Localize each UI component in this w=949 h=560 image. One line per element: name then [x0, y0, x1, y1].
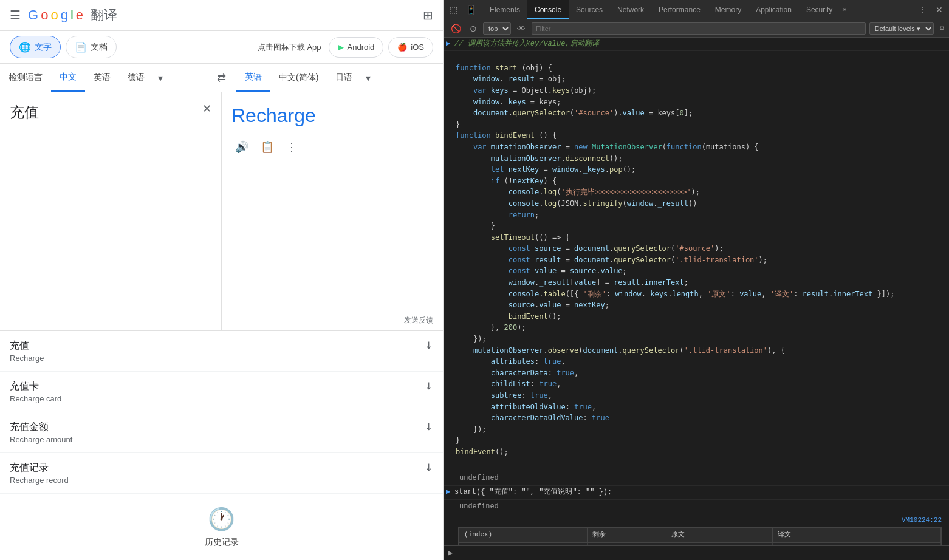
settings-icon[interactable]: ⚙ [940, 24, 944, 33]
eye-icon[interactable]: 👁 [515, 22, 528, 35]
undefined-text-1: undefined [454, 472, 947, 485]
source-lang-bar: 检测语言 中文 英语 德语 ▾ [0, 64, 207, 92]
android-button[interactable]: ▶ Android [329, 37, 384, 58]
console-toolbar: 🚫 ⊙ top 👁 Default levels ▾ ⚙ [444, 19, 949, 38]
col-original-1: 原文 [666, 528, 772, 543]
suggestion-zh-2: 充值金额 [10, 421, 72, 434]
english-source-lang-btn[interactable]: 英语 [85, 65, 119, 90]
close-devtools-icon[interactable]: ✕ [932, 3, 947, 16]
table1-vmlink[interactable]: VM10224:22 [902, 515, 942, 526]
suggestion-arrow-icon-1: ↗ [422, 379, 436, 393]
apps-icon[interactable]: ⊞ [423, 8, 433, 22]
console-input-field[interactable] [457, 549, 944, 558]
devtools-tabs: ⬚ 📱 Elements Console Sources Network Per… [444, 0, 949, 19]
suggestion-item-3[interactable]: 充值记录 Recharge record ↗ [0, 453, 443, 494]
german-lang-btn[interactable]: 德语 [119, 65, 153, 90]
context-selector[interactable]: top [483, 22, 511, 35]
history-icon[interactable]: 🕐 [208, 507, 235, 532]
suggestion-arrow-icon-3: ↗ [422, 460, 436, 474]
suggestion-item-2[interactable]: 充值金额 Recharge amount ↗ [0, 412, 443, 453]
source-input[interactable]: 充值 [10, 102, 211, 321]
col-remaining-1: 剩余 [588, 528, 666, 543]
tab-console[interactable]: Console [527, 0, 569, 19]
tab-document[interactable]: 📄 文档 [66, 36, 117, 58]
comment-line: // 调用该方法并传入key/value,启动翻译 [454, 38, 947, 50]
android-icon: ▶ [338, 43, 344, 52]
more-button[interactable]: ⋮ [283, 137, 301, 157]
inspect-icon[interactable]: ⬚ [446, 3, 461, 16]
history-label: 历史记录 [205, 537, 239, 548]
download-label: 点击图标下载 App [255, 37, 324, 58]
log-levels-selector[interactable]: Default levels ▾ [869, 22, 934, 35]
target-actions: 🔊 📋 ⋮ [231, 137, 433, 157]
undefined-row-2: undefined [444, 500, 949, 514]
filter-input[interactable] [532, 22, 866, 35]
devtools-panel: ⬚ 📱 Elements Console Sources Network Per… [444, 0, 949, 560]
prompt-caret: ▶ [446, 487, 454, 498]
app-download-area: 点击图标下载 App ▶ Android 🍎 iOS [255, 37, 433, 58]
target-area: Recharge 🔊 📋 ⋮ 发送反馈 [222, 92, 443, 330]
source-lang-more-icon[interactable]: ▾ [153, 65, 168, 91]
feedback-link[interactable]: 发送反馈 [404, 315, 433, 326]
console-output[interactable]: ▶ // 调用该方法并传入key/value,启动翻译 function sta… [444, 38, 949, 545]
tab-sources[interactable]: Sources [569, 0, 610, 19]
text-tab-icon: 🌐 [19, 41, 31, 53]
suggestion-item-0[interactable]: 充值 Recharge ↗ [0, 331, 443, 372]
more-tabs-icon[interactable]: » [840, 5, 849, 14]
menu-icon[interactable]: ☰ [10, 8, 21, 22]
device-icon[interactable]: 📱 [462, 3, 480, 16]
apple-icon: 🍎 [397, 43, 407, 52]
tab-security[interactable]: Security [799, 0, 840, 19]
tab-network[interactable]: Network [610, 0, 651, 19]
swap-langs-button[interactable]: ⇄ [207, 64, 236, 92]
tab-performance[interactable]: Performance [651, 0, 708, 19]
preserve-log-icon[interactable]: ⊙ [467, 22, 479, 35]
table1-row: VM10224:22 (index) 剩余 原文 译文 0 [444, 514, 949, 545]
english-target-lang-btn[interactable]: 英语 [236, 64, 270, 92]
tab-text[interactable]: 🌐 文字 [10, 36, 61, 58]
listen-button[interactable]: 🔊 [231, 137, 252, 157]
copy-button[interactable]: 📋 [257, 137, 278, 157]
detect-lang-btn[interactable]: 检测语言 [0, 65, 51, 90]
console-input-caret-icon: ▶ [448, 548, 453, 558]
tab-memory[interactable]: Memory [708, 0, 749, 19]
language-bar: 检测语言 中文 英语 德语 ▾ ⇄ 英语 中文(简体) 日语 ▾ [0, 64, 443, 92]
app-title: 翻译 [91, 6, 117, 24]
code-display: function start (obj) { window._result = … [444, 51, 949, 471]
tab-elements[interactable]: Elements [482, 0, 527, 19]
col-translated-1: 译文 [772, 528, 940, 543]
customize-icon[interactable]: ⋮ [915, 3, 931, 16]
simplified-chinese-lang-btn[interactable]: 中文(简体) [270, 65, 327, 90]
start-command-row: ▶ start({ "充值": "", "充值说明": "" }); [444, 486, 949, 499]
undefined-text-2: undefined [454, 500, 947, 513]
suggestion-en-1: Recharge card [10, 394, 61, 403]
col-index-1: (index) [459, 528, 588, 543]
expand-code-icon[interactable]: ▶ [446, 38, 454, 50]
suggestion-zh-3: 充值记录 [10, 462, 69, 474]
doc-tab-icon: 📄 [75, 41, 87, 53]
japanese-lang-btn[interactable]: 日语 [327, 65, 361, 90]
console-input-area: ▶ [444, 545, 949, 560]
data-table-1: (index) 剩余 原文 译文 0 1 "充值" "Recharge" [459, 527, 941, 545]
suggestion-en-2: Recharge amount [10, 435, 72, 444]
clear-console-button[interactable]: 🚫 [448, 22, 464, 35]
clear-source-button[interactable]: ✕ [202, 102, 211, 115]
translated-text: Recharge [231, 102, 433, 129]
undefined-row-1: undefined [444, 471, 949, 486]
suggestions-area: 充值 Recharge ↗ 充值卡 Recharge card ↗ 充值金额 R… [0, 330, 443, 494]
history-area: 🕐 历史记录 [0, 494, 443, 560]
devtools-end-icons: ⋮ ✕ [913, 3, 949, 16]
tab-application[interactable]: Application [749, 0, 799, 19]
translate-panel: ☰ Google 翻译 ⊞ 🌐 文字 📄 文档 点击图标下载 App ▶ And… [0, 0, 444, 560]
devtools-icons: ⬚ 📱 [444, 3, 482, 16]
start-command-text: start({ "充值": "", "充值说明": "" }); [454, 487, 947, 498]
google-logo: Google [28, 7, 83, 23]
suggestion-zh-0: 充值 [10, 340, 44, 352]
ios-button[interactable]: 🍎 iOS [388, 37, 433, 58]
translation-area: 充值 ✕ Recharge 🔊 📋 ⋮ 发送反馈 [0, 92, 443, 330]
target-lang-bar: 英语 中文(简体) 日语 ▾ [236, 64, 443, 92]
suggestion-arrow-icon-0: ↗ [422, 338, 436, 352]
target-lang-more-icon[interactable]: ▾ [361, 65, 375, 91]
chinese-lang-btn[interactable]: 中文 [51, 64, 85, 92]
suggestion-item-1[interactable]: 充值卡 Recharge card ↗ [0, 372, 443, 412]
